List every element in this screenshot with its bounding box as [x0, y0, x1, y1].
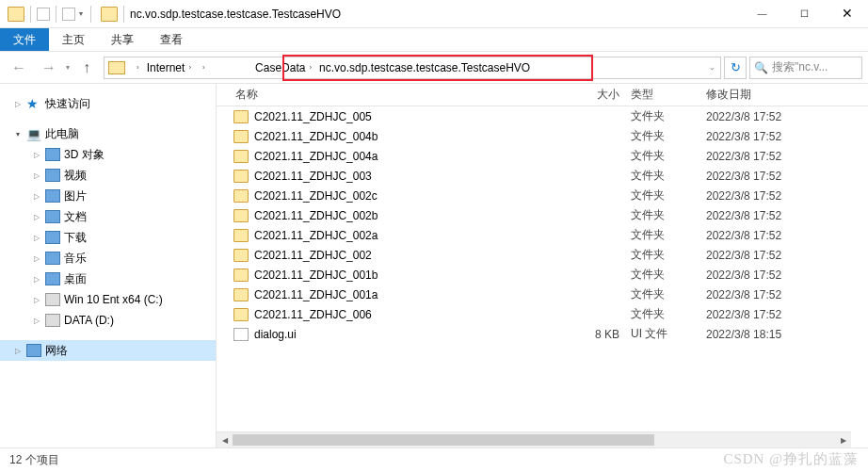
maximize-button[interactable]: ☐ [783, 0, 826, 27]
file-list[interactable]: C2021.11_ZDHJC_005文件夹2022/3/8 17:52C2021… [217, 106, 868, 344]
file-name: C2021.11_ZDHJC_002 [254, 249, 555, 262]
expand-arrow-icon[interactable]: ▷ [32, 213, 41, 221]
file-icon [233, 328, 249, 341]
recent-dropdown[interactable]: ▾ [66, 63, 70, 72]
sidebar-this-pc[interactable]: ▾💻此电脑 [0, 123, 216, 144]
expand-arrow-icon[interactable]: ▷ [32, 192, 41, 201]
tab-view[interactable]: 查看 [147, 28, 196, 51]
sidebar-item[interactable]: ▷Win 10 Ent x64 (C:) [0, 289, 216, 310]
expand-arrow-icon[interactable]: ▷ [32, 151, 41, 159]
address-bar[interactable]: › Internet› › CaseData› nc.vo.sdp.testca… [104, 57, 721, 79]
sidebar-item[interactable]: ▷视频 [0, 165, 216, 186]
expand-arrow-icon[interactable]: ▷ [32, 275, 41, 284]
crumb-hidden[interactable]: › [195, 57, 251, 78]
file-name: dialog.ui [254, 328, 555, 341]
watermark: CSDN @挣扎的蓝藻 [723, 450, 859, 468]
header-date[interactable]: 修改日期 [706, 87, 828, 103]
sidebar-item[interactable]: ▷3D 对象 [0, 144, 216, 165]
list-item[interactable]: C2021.11_ZDHJC_003文件夹2022/3/8 17:52 [217, 166, 868, 186]
qat-slot[interactable] [37, 8, 50, 21]
sidebar-network[interactable]: ▷网络 [0, 340, 216, 361]
list-item[interactable]: C2021.11_ZDHJC_002文件夹2022/3/8 17:52 [217, 245, 868, 265]
expand-arrow-icon[interactable]: ▷ [32, 234, 41, 242]
tab-home[interactable]: 主页 [49, 28, 98, 51]
search-placeholder: 搜索"nc.v... [772, 59, 828, 75]
sidebar-quick-access[interactable]: ▷★快速访问 [0, 93, 216, 114]
expand-arrow-icon[interactable]: ▷ [32, 171, 41, 180]
collapse-arrow-icon[interactable]: ▾ [13, 130, 23, 138]
list-item[interactable]: C2021.11_ZDHJC_004b文件夹2022/3/8 17:52 [217, 126, 868, 146]
expand-arrow-icon[interactable]: ▷ [13, 347, 23, 355]
header-size[interactable]: 大小 [555, 87, 631, 103]
file-name: C2021.11_ZDHJC_002b [254, 209, 555, 222]
up-button[interactable]: ↑ [73, 57, 100, 79]
tree-label: 桌面 [64, 271, 87, 287]
horizontal-scrollbar[interactable]: ◀ ▶ [217, 431, 851, 448]
expand-arrow-icon[interactable]: ▷ [32, 296, 41, 304]
item-icon [45, 189, 60, 203]
header-name[interactable]: 名称 [217, 87, 555, 103]
window-controls: — ☐ ✕ [741, 0, 868, 27]
sidebar-item[interactable]: ▷图片 [0, 186, 216, 206]
file-date: 2022/3/8 17:52 [706, 249, 828, 262]
qat-slot[interactable] [62, 8, 75, 21]
tree-label: 快速访问 [45, 96, 90, 112]
list-item[interactable]: C2021.11_ZDHJC_005文件夹2022/3/8 17:52 [217, 106, 868, 126]
expand-arrow-icon[interactable]: ▷ [32, 254, 41, 263]
header-type[interactable]: 类型 [631, 87, 706, 103]
item-icon [45, 314, 60, 327]
file-size: 8 KB [555, 328, 631, 341]
crumb-root[interactable]: › [129, 57, 143, 78]
file-name: C2021.11_ZDHJC_002a [254, 229, 555, 242]
list-item[interactable]: C2021.11_ZDHJC_004a文件夹2022/3/8 17:52 [217, 146, 868, 166]
file-date: 2022/3/8 17:52 [706, 150, 828, 163]
file-name: C2021.11_ZDHJC_001a [254, 288, 555, 301]
sidebar-item[interactable]: ▷DATA (D:) [0, 310, 216, 331]
tree-label: 音乐 [64, 251, 87, 267]
chevron-down-icon[interactable]: ▾ [77, 9, 85, 18]
folder-icon [233, 249, 249, 262]
list-item[interactable]: C2021.11_ZDHJC_001a文件夹2022/3/8 17:52 [217, 285, 868, 304]
scroll-right-icon[interactable]: ▶ [835, 432, 851, 448]
search-icon: 🔍 [754, 61, 768, 74]
file-type: 文件夹 [631, 306, 706, 322]
list-item[interactable]: C2021.11_ZDHJC_002a文件夹2022/3/8 17:52 [217, 225, 868, 245]
list-item[interactable]: C2021.11_ZDHJC_006文件夹2022/3/8 17:52 [217, 304, 868, 324]
sidebar-tree[interactable]: ▷★快速访问 ▾💻此电脑 ▷3D 对象▷视频▷图片▷文档▷下载▷音乐▷桌面▷Wi… [0, 84, 217, 448]
tab-share[interactable]: 共享 [98, 28, 147, 51]
chevron-right-icon: › [202, 63, 205, 72]
forward-button[interactable]: → [36, 57, 62, 79]
sidebar-item[interactable]: ▷桌面 [0, 269, 216, 289]
list-item[interactable]: C2021.11_ZDHJC_001b文件夹2022/3/8 17:52 [217, 265, 868, 285]
scroll-track[interactable] [233, 432, 835, 448]
sidebar-item[interactable]: ▷文档 [0, 206, 216, 227]
column-headers: 名称 大小 类型 修改日期 [217, 84, 868, 106]
close-button[interactable]: ✕ [826, 0, 868, 27]
search-input[interactable]: 🔍 搜索"nc.v... [749, 57, 862, 79]
app-folder-icon[interactable] [8, 7, 24, 22]
expand-arrow-icon[interactable]: ▷ [32, 317, 41, 325]
file-type: 文件夹 [631, 108, 706, 124]
list-item[interactable]: C2021.11_ZDHJC_002b文件夹2022/3/8 17:52 [217, 205, 868, 225]
file-date: 2022/3/8 17:52 [706, 209, 828, 222]
refresh-button[interactable]: ↻ [724, 57, 747, 79]
sidebar-item[interactable]: ▷下载 [0, 227, 216, 248]
scroll-thumb[interactable] [233, 434, 654, 446]
crumb-casedata[interactable]: CaseData› [251, 57, 315, 78]
expand-arrow-icon[interactable]: ▷ [13, 100, 23, 108]
list-item[interactable]: dialog.ui8 KBUI 文件2022/3/8 18:15 [217, 324, 868, 344]
item-icon [45, 293, 60, 306]
file-date: 2022/3/8 17:52 [706, 189, 828, 203]
back-button[interactable]: ← [6, 57, 32, 79]
list-item[interactable]: C2021.11_ZDHJC_002c文件夹2022/3/8 17:52 [217, 186, 868, 205]
crumb-testcase[interactable]: nc.vo.sdp.testcase.testcase.TestcaseHVO [315, 57, 534, 78]
minimize-button[interactable]: — [741, 0, 783, 27]
tab-file[interactable]: 文件 [0, 28, 49, 51]
sidebar-item[interactable]: ▷音乐 [0, 248, 216, 269]
scroll-left-icon[interactable]: ◀ [217, 432, 233, 448]
item-icon [45, 231, 60, 244]
content-pane: 名称 大小 类型 修改日期 C2021.11_ZDHJC_005文件夹2022/… [217, 84, 868, 448]
crumb-internet[interactable]: Internet› [143, 57, 195, 78]
address-dropdown[interactable]: ⌵ [704, 63, 720, 72]
file-date: 2022/3/8 17:52 [706, 269, 828, 282]
